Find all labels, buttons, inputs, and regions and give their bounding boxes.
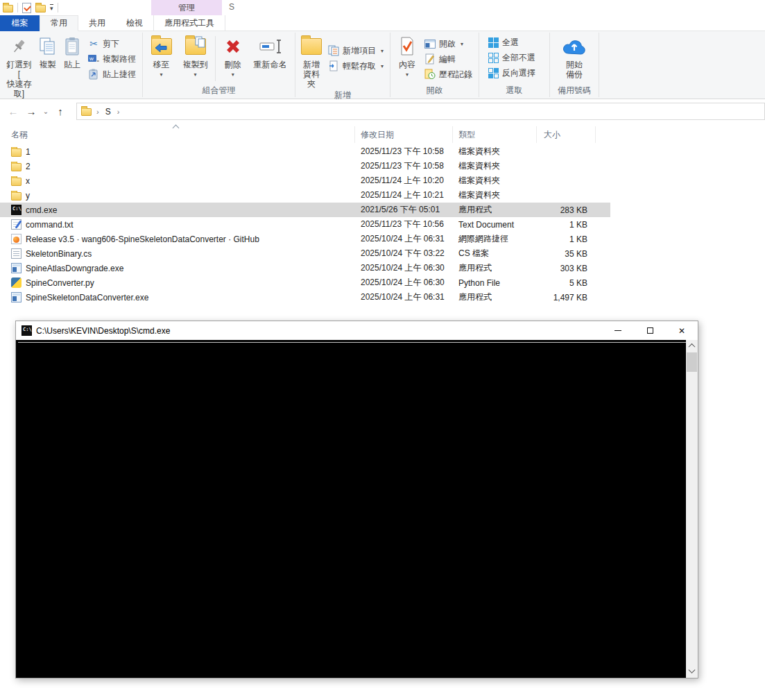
open-button[interactable]: 開啟 ▾: [421, 36, 476, 51]
file-row[interactable]: cmd.exe 2021/5/26 下午 05:01 應用程式 283 KB: [0, 203, 610, 217]
file-size: 283 KB: [537, 205, 596, 215]
customize-toolbar-dropdown-icon[interactable]: ▾: [50, 4, 53, 11]
properties-button[interactable]: 內容 ▾: [393, 33, 421, 80]
start-backup-button[interactable]: 開始 備份: [554, 33, 594, 79]
paste-shortcut-button[interactable]: 貼上捷徑: [85, 67, 139, 82]
file-type: Python File: [453, 278, 537, 288]
file-row[interactable]: SpineConverter.py 2025/10/24 上午 06:30 Py…: [0, 275, 610, 290]
cut-button[interactable]: ✂ 剪下: [85, 36, 139, 51]
scroll-down-icon[interactable]: [686, 666, 698, 678]
cmd-window[interactable]: C:\Users\KEVIN\Desktop\S\cmd.exe ✕: [15, 321, 698, 678]
chevron-down-icon: ▾: [232, 70, 234, 80]
file-icon: [11, 248, 22, 259]
ribbon: 釘選到 [ 快速存取] 複製 貼上 ✂: [0, 31, 765, 99]
minimize-icon: [614, 330, 621, 331]
file-name-cell: cmd.exe: [0, 205, 355, 215]
tab-file[interactable]: 檔案: [0, 15, 40, 31]
file-name-cell: Release v3.5 · wang606-SpineSkeletonData…: [0, 234, 355, 244]
clipboard-small-buttons: ✂ 剪下 w 複製路徑 貼上捷徑: [85, 33, 139, 82]
file-row[interactable]: 2 2025/11/23 下午 10:58 檔案資料夾: [0, 159, 610, 173]
file-row[interactable]: Release v3.5 · wang606-SpineSkeletonData…: [0, 232, 610, 246]
move-to-button[interactable]: 移至 ▾: [146, 33, 177, 80]
forward-icon[interactable]: →: [22, 105, 40, 117]
column-header-size[interactable]: 大小: [537, 126, 596, 143]
scrollbar-thumb[interactable]: [687, 352, 697, 372]
column-header-type[interactable]: 類型: [453, 126, 537, 143]
address-bar[interactable]: › S ›: [76, 103, 765, 120]
file-size: [537, 162, 596, 171]
console-scrollbar[interactable]: [686, 340, 698, 678]
chevron-down-icon: ▾: [194, 70, 197, 80]
invert-selection-button[interactable]: 反向選擇: [485, 65, 539, 80]
file-row[interactable]: 1 2025/11/23 下午 10:58 檔案資料夾: [0, 144, 610, 159]
file-row[interactable]: command.txt 2025/11/23 下午 10:56 Text Doc…: [0, 217, 610, 232]
file-size: 1,497 KB: [537, 293, 596, 302]
tab-share[interactable]: 共用: [78, 15, 116, 31]
folder-icon[interactable]: [3, 5, 13, 12]
delete-button[interactable]: 刪除 ▾: [217, 33, 248, 80]
file-row[interactable]: SkeletonBinary.cs 2025/10/24 下午 03:22 CS…: [0, 246, 610, 261]
back-icon[interactable]: ←: [4, 105, 22, 117]
select-none-button[interactable]: 全部不選: [485, 50, 539, 65]
open-small-buttons: 開啟 ▾ 編輯 歷程記錄: [421, 33, 476, 82]
console-output[interactable]: [16, 340, 698, 678]
select-all-label: 全選: [502, 37, 519, 49]
column-header-name[interactable]: 名稱: [0, 126, 355, 143]
copy-button[interactable]: 複製: [35, 33, 60, 69]
cmd-titlebar[interactable]: C:\Users\KEVIN\Desktop\S\cmd.exe ✕: [16, 321, 698, 340]
move-to-label: 移至: [153, 60, 170, 69]
new-item-button[interactable]: 新增項目 ▾: [325, 43, 387, 58]
tab-home[interactable]: 常用: [40, 15, 78, 31]
column-header-date-label: 修改日期: [361, 130, 394, 139]
maximize-icon: [647, 327, 653, 334]
file-row[interactable]: x 2025/11/24 上午 10:20 檔案資料夾: [0, 173, 610, 188]
file-date: 2021/5/26 下午 05:01: [355, 204, 453, 216]
up-icon[interactable]: ↑: [51, 105, 69, 117]
properties-icon[interactable]: [22, 3, 31, 13]
rename-button[interactable]: 重新命名: [248, 33, 292, 69]
new-folder-label-line1: 新增: [303, 60, 320, 69]
scroll-up-icon[interactable]: [686, 340, 698, 352]
file-name: 2: [26, 162, 31, 171]
file-size: [537, 191, 596, 200]
column-header-date[interactable]: 修改日期: [355, 126, 453, 143]
file-date: 2025/10/24 上午 06:31: [355, 233, 453, 245]
easy-access-button[interactable]: 輕鬆存取 ▾: [325, 58, 387, 74]
ribbon-group-open: 內容 ▾ 開啟 ▾ 編輯: [390, 31, 479, 99]
close-button[interactable]: ✕: [666, 321, 698, 340]
chevron-down-icon: ▾: [381, 48, 384, 54]
copy-to-button[interactable]: 複製到 ▾: [177, 33, 214, 80]
new-folder-icon[interactable]: [35, 5, 46, 12]
copy-path-button[interactable]: w 複製路徑: [85, 51, 139, 67]
file-row[interactable]: SpineAtlasDowngrade.exe 2025/10/24 上午 06…: [0, 261, 610, 275]
console-text: [18, 342, 686, 343]
file-type: 應用程式: [453, 291, 537, 303]
recent-locations-chevron-icon[interactable]: ⌄: [40, 108, 51, 115]
edit-button[interactable]: 編輯: [421, 51, 476, 67]
file-type: 檔案資料夾: [453, 175, 537, 187]
select-none-label: 全部不選: [502, 52, 535, 64]
maximize-button[interactable]: [634, 321, 666, 340]
breadcrumb-item[interactable]: S: [104, 107, 112, 117]
new-folder-button[interactable]: 新增 資料夾: [298, 33, 325, 89]
file-row[interactable]: SpineSkeletonDataConverter.exe 2025/10/2…: [0, 290, 610, 305]
pin-to-quick-access-button[interactable]: 釘選到 [ 快速存取]: [3, 33, 35, 99]
properties-label: 內容: [399, 60, 415, 69]
select-all-button[interactable]: 全選: [485, 35, 522, 50]
file-icon: [11, 148, 22, 157]
window-title: S: [229, 2, 234, 12]
tab-view[interactable]: 檢視: [116, 15, 153, 31]
separator: [17, 3, 18, 12]
chevron-down-icon: ▾: [406, 70, 409, 80]
tab-application-tools[interactable]: 應用程式工具: [153, 15, 225, 31]
minimize-button[interactable]: [602, 321, 634, 340]
ribbon-group-backup: 開始 備份 備用號碼: [550, 31, 599, 99]
file-date: 2025/10/24 上午 06:30: [355, 277, 453, 289]
file-type: 應用程式: [453, 262, 537, 274]
pin-icon: [10, 35, 28, 58]
file-row[interactable]: y 2025/11/24 上午 10:21 檔案資料夾: [0, 188, 610, 203]
history-button[interactable]: 歷程記錄: [421, 67, 476, 82]
paste-icon: [64, 35, 80, 58]
paste-button[interactable]: 貼上: [60, 33, 85, 69]
file-icon: [11, 219, 22, 230]
